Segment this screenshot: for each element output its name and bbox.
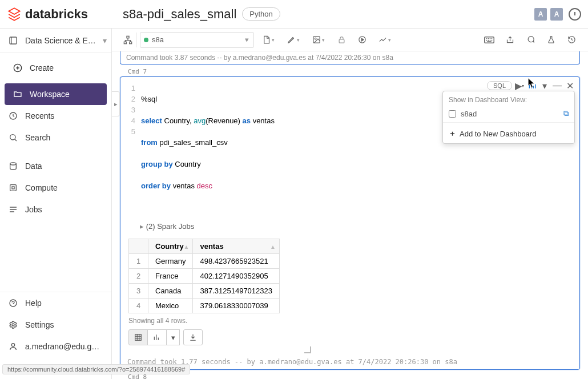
persona-icon [8,35,18,46]
keyboard-icon[interactable] [481,32,498,48]
external-link-icon[interactable]: ⧉ [563,109,569,118]
svg-rect-0 [10,37,17,44]
svg-point-3 [10,135,15,140]
output-resize-handle[interactable] [128,349,311,351]
svg-rect-12 [124,42,126,43]
table-view-button[interactable] [128,329,148,345]
notebook-scroller[interactable]: Command took 3.87 seconds -- by a.medran… [112,51,588,379]
clock-icon [8,111,18,121]
sort-icon[interactable]: ▲ [184,243,190,249]
svg-point-4 [10,163,17,165]
status-bar-url: https://community.cloud.databricks.com/?… [2,364,190,374]
prev-cell-footer: Command took 3.87 seconds -- by a.medran… [120,51,580,64]
cluster-selector[interactable]: s8a ▾ [140,32,254,48]
jobs-icon [8,204,18,215]
svg-rect-11 [127,36,129,38]
add-to-new-dashboard[interactable]: ＋ Add to New Dashboard [443,124,574,143]
sidebar: Data Science & E… ▾ Create Workspace Rec… [0,29,112,379]
revision-icon[interactable] [563,32,580,48]
table-row: 4Mexico379.0618330007039 [129,299,280,313]
result-table[interactable]: Country▲ ventas▲ 1Germany498.42376659235… [128,239,280,313]
create-button[interactable]: Create [5,57,107,79]
col-ventas: ventas▲ [193,239,280,254]
folder-icon [13,89,23,99]
avatar[interactable]: A [534,8,547,21]
svg-rect-16 [339,39,344,43]
cell-language-badge[interactable]: SQL [487,81,512,90]
data-icon [8,161,18,171]
dashboard-option-label: s8ad [461,110,477,118]
svg-point-8 [12,324,14,326]
chevron-down-icon: ▾ [245,35,249,44]
top-header: databricks s8a-pdi_sales_small Python A … [0,0,588,29]
dashboard-popover: Show in Dashboard View: s8ad ⧉ ＋ Add to … [442,91,575,144]
cell-menu-chevron-icon[interactable]: ▾ [539,80,550,91]
cell-output: (2) Spark Jobs Country▲ ventas▲ 1Germany… [120,219,579,356]
cmd7-label: Cmd 7 [120,67,580,76]
image-menu-icon[interactable]: ▾ [308,32,329,48]
dashboard-icon[interactable] [527,80,537,91]
language-badge[interactable]: Python [242,7,280,21]
sidebar-item-search[interactable]: Search [0,127,111,148]
svg-rect-6 [12,187,14,189]
sidebar-item-workspace[interactable]: Workspace [5,83,107,105]
svg-rect-13 [130,42,132,43]
hierarchy-icon[interactable] [120,33,136,47]
sidebar-item-user[interactable]: a.medrano@edu.g… [0,336,111,357]
comments-icon[interactable] [522,32,539,48]
persona-switcher[interactable]: Data Science & E… ▾ [0,29,111,53]
revision-history-icon[interactable] [569,8,581,21]
spark-jobs-toggle[interactable]: (2) Spark Jobs [128,219,571,236]
dashboard-option[interactable]: s8ad ⧉ [443,106,574,121]
table-row: 1Germany498.4237665923521 [129,254,280,269]
rows-note: Showing all 4 rows. [128,317,571,325]
close-cell-icon[interactable]: ✕ [565,80,575,91]
svg-rect-5 [10,185,17,191]
user-icon [8,341,18,352]
run-all-icon[interactable] [353,32,370,48]
table-row: 3Canada387.31251497012323 [129,284,280,299]
plus-icon [13,63,23,73]
sidebar-item-compute[interactable]: Compute [0,177,111,199]
cluster-status-dot [144,38,148,42]
plus-icon: ＋ [449,128,456,139]
brand-logo[interactable]: databricks [7,0,112,29]
sidebar-item-jobs[interactable]: Jobs [0,199,111,220]
lock-icon[interactable] [333,32,350,48]
col-country: Country▲ [148,239,193,254]
compute-icon [8,183,18,193]
svg-rect-19 [135,334,142,341]
svg-point-9 [11,344,14,346]
run-cell-icon[interactable]: ▶▾ [514,80,525,91]
svg-point-7 [10,300,17,307]
sort-icon[interactable]: ▲ [270,243,276,249]
table-row: 2France402.1271490352905 [129,269,280,284]
toolbar: s8a ▾ ▾ ▾ ▾ ▾ [112,29,588,51]
help-icon [8,298,18,308]
chart-view-button[interactable] [147,329,167,345]
expand-sidebar-handle[interactable]: ▸ [112,91,120,116]
sidebar-item-recents[interactable]: Recents [0,105,111,127]
avatar-secondary[interactable]: A [550,8,563,21]
experiments-icon[interactable] [542,32,559,48]
cell-cmd7[interactable]: SQL ▶▾ ▾ — ✕ Show in Dashboard View: s8a… [120,76,580,370]
edit-menu-icon[interactable]: ▾ [283,32,304,48]
cluster-name: s8a [152,35,164,44]
svg-point-15 [315,38,316,39]
clear-menu-icon[interactable]: ▾ [374,32,396,48]
dashboard-option-checkbox[interactable] [449,110,456,118]
minimize-cell-icon[interactable]: — [552,80,562,91]
notebook-title[interactable]: s8a-pdi_sales_small [123,7,236,22]
main: s8a ▾ ▾ ▾ ▾ ▾ ▸ Command took 3.87 second… [112,29,588,379]
gear-icon [8,320,18,330]
download-button[interactable] [183,329,203,345]
line-gutter: 12345 [123,83,141,213]
file-menu-icon[interactable]: ▾ [257,32,279,48]
sidebar-item-data[interactable]: Data [0,155,111,177]
sidebar-item-help[interactable]: Help [0,292,111,314]
search-icon [8,132,18,143]
sidebar-item-settings[interactable]: Settings [0,314,111,336]
dashboard-popover-header: Show in Dashboard View: [443,91,574,106]
share-icon[interactable] [501,32,518,48]
chart-view-caret[interactable]: ▾ [166,329,180,345]
